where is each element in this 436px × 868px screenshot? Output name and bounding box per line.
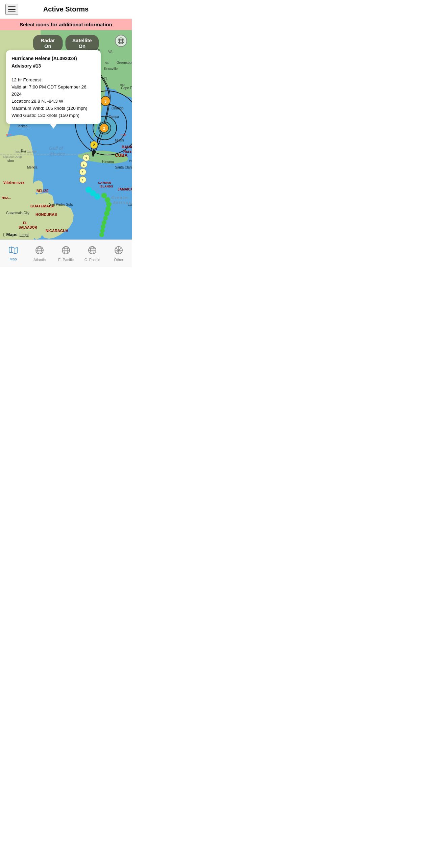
svg-point-87 — [99, 232, 104, 237]
svg-text:1: 1 — [85, 156, 87, 160]
svg-text:G r e a t e r: G r e a t e r — [112, 196, 129, 200]
svg-text:Guatemala City: Guatemala City — [6, 211, 29, 215]
cpacific-tab-icon — [88, 246, 97, 256]
svg-point-83 — [103, 216, 108, 221]
svg-text:1: 1 — [82, 178, 83, 182]
svg-text:Mérida: Mérida — [27, 165, 38, 169]
storm-advisory: Advisory #13 — [11, 62, 95, 70]
svg-text:2: 2 — [103, 126, 105, 130]
svg-text:Havana: Havana — [102, 160, 114, 163]
forecast-location: Location: 28.8 N, -84.3 W — [11, 98, 95, 105]
tab-atlantic-label: Atlantic — [33, 258, 46, 262]
storm-info-popup: Hurricane Helene (AL092024) Advisory #13… — [6, 50, 101, 124]
page-title: Active Storms — [43, 5, 89, 13]
svg-text:ston: ston — [7, 159, 14, 162]
forecast-valid: Valid at: 7:00 PM CDT September 26, 2024 — [11, 84, 95, 98]
nav-left-arrow[interactable]: ← — [1, 127, 16, 143]
svg-text:Cape Fear: Cape Fear — [121, 86, 132, 90]
tab-map[interactable]: Map — [0, 240, 26, 267]
svg-text:VA: VA — [108, 50, 113, 54]
tab-epacific[interactable]: E. Pacific — [53, 240, 79, 267]
svg-point-82 — [104, 211, 110, 216]
forecast-label: 12 hr Forecast — [11, 77, 95, 84]
svg-point-86 — [100, 228, 105, 233]
svg-text:Ca...: Ca... — [128, 203, 132, 206]
svg-text:CAYMAN: CAYMAN — [98, 181, 111, 184]
svg-text:2: 2 — [93, 143, 95, 147]
svg-text:SALVADOR: SALVADOR — [19, 226, 37, 229]
svg-text:Villahermosa: Villahermosa — [3, 181, 25, 184]
svg-text:NICARAGUA: NICARAGUA — [46, 229, 68, 233]
legal-link[interactable]: Legal — [20, 233, 29, 237]
svg-point-80 — [106, 202, 112, 207]
epacific-tab-icon — [61, 246, 71, 256]
forecast-gusts: Wind Gusts: 130 knots (150 mph) — [11, 112, 95, 119]
svg-point-78 — [101, 193, 107, 198]
storm-title-line1: Hurricane Helene (AL092024) — [11, 55, 95, 62]
radar-button[interactable]: Radar On — [33, 35, 63, 52]
tab-bar: Map Atlantic E. Pacific — [0, 239, 132, 267]
maps-footer:  Maps Legal — [3, 232, 29, 237]
map-container[interactable]: Gulf of Mexico Tropic of Cancer MO AR LA… — [0, 30, 132, 239]
svg-point-85 — [101, 224, 105, 229]
app-header: Active Storms — [0, 0, 132, 19]
svg-text:Gulf of: Gulf of — [49, 146, 64, 151]
apple-icon:  — [3, 232, 5, 237]
tab-atlantic[interactable]: Atlantic — [26, 240, 53, 267]
svg-point-77 — [94, 194, 100, 200]
svg-text:ISLANDS: ISLANDS — [100, 185, 113, 188]
svg-text:Santa Clara: Santa Clara — [115, 165, 132, 169]
satellite-button[interactable]: Satellite On — [65, 35, 99, 52]
svg-text:NC: NC — [105, 61, 109, 65]
svg-text:BELIZE: BELIZE — [37, 189, 49, 193]
svg-text:Mexico: Mexico — [50, 151, 65, 157]
svg-text:HONDURAS: HONDURAS — [35, 212, 57, 216]
map-tab-icon — [8, 246, 18, 256]
svg-text:1: 1 — [83, 163, 84, 167]
info-banner: Select icons for additional information — [0, 19, 132, 30]
globe-icon — [117, 37, 125, 45]
svg-text:3: 3 — [104, 99, 106, 103]
svg-point-50 — [11, 213, 13, 214]
tab-epacific-label: E. Pacific — [58, 258, 74, 262]
svg-point-84 — [102, 220, 106, 225]
nav-right-arrow[interactable]: → — [116, 127, 130, 143]
menu-button[interactable] — [5, 4, 18, 15]
svg-text:Sigsbee Deep: Sigsbee Deep — [3, 155, 22, 158]
other-tab-icon — [114, 246, 123, 256]
svg-text:EL: EL — [23, 221, 27, 225]
svg-point-49 — [33, 167, 34, 168]
tab-map-label: Map — [9, 257, 17, 261]
svg-text:B...: B... — [21, 149, 26, 152]
globe-button[interactable] — [115, 35, 127, 47]
map-controls: Radar On Satellite On — [33, 35, 99, 52]
svg-text:Jackso...: Jackso... — [17, 124, 30, 128]
svg-text:Orlando: Orlando — [112, 106, 124, 110]
forecast-wind: Maximum Wind: 105 knots (120 mph) — [11, 105, 95, 112]
atlantic-tab-icon — [35, 246, 44, 256]
tab-other-label: Other — [114, 258, 123, 262]
svg-text:rrez...: rrez... — [2, 196, 11, 200]
tab-other[interactable]: Other — [105, 240, 132, 267]
svg-text:San Pedro Sula: San Pedro Sula — [49, 203, 73, 206]
apple-maps-logo:  Maps — [3, 232, 18, 237]
svg-text:Greensboro: Greensboro — [117, 61, 132, 65]
tab-cpacific-label: C. Pacific — [84, 258, 100, 262]
svg-text:Knoxville: Knoxville — [104, 67, 118, 71]
tab-cpacific[interactable]: C. Pacific — [79, 240, 105, 267]
svg-text:JAMAICA: JAMAICA — [118, 187, 132, 191]
svg-text:Ho...: Ho... — [129, 159, 132, 162]
svg-text:1: 1 — [82, 171, 83, 174]
